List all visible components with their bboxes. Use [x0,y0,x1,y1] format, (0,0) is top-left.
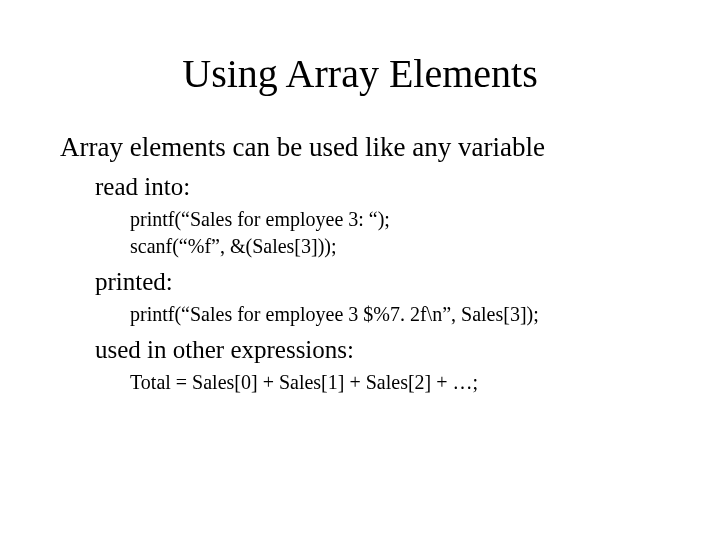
section-read-into-label: read into: [95,173,660,201]
slide-subtitle: Array elements can be used like any vari… [60,132,660,163]
section-used-in-label: used in other expressions: [95,336,660,364]
slide-container: Using Array Elements Array elements can … [0,0,720,436]
slide-title: Using Array Elements [60,50,660,97]
code-line: scanf(“%f”, &(Sales[3])); [130,233,660,260]
code-line: printf(“Sales for employee 3 $%7. 2f\n”,… [130,301,660,328]
code-line: Total = Sales[0] + Sales[1] + Sales[2] +… [130,369,660,396]
section-printed-label: printed: [95,268,660,296]
code-line: printf(“Sales for employee 3: “); [130,206,660,233]
